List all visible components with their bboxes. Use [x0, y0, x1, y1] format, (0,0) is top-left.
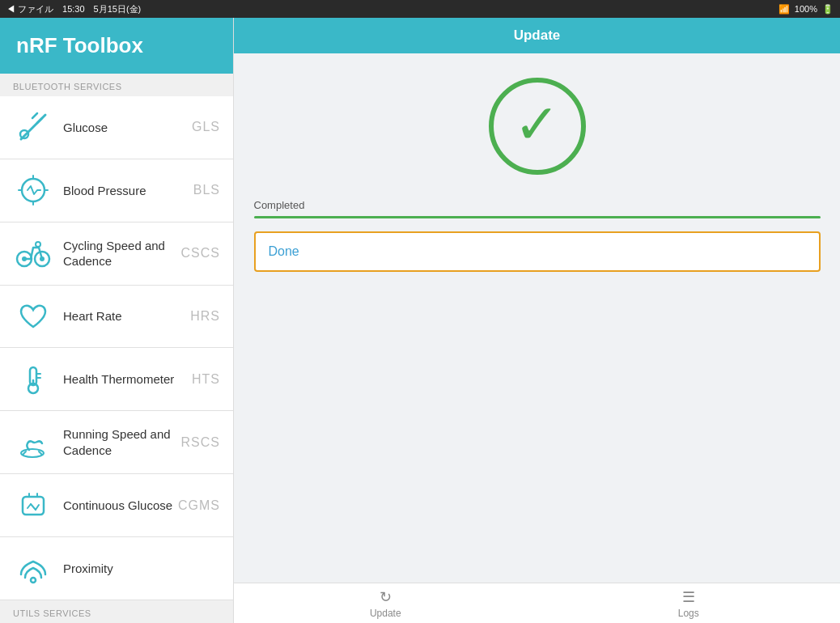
tab-bar: ↻ Update ☰ Logs — [234, 583, 840, 623]
tab-update[interactable]: ↻ Update — [234, 588, 537, 619]
glucose-label: Glucose — [63, 120, 192, 136]
update-icon: ↻ — [380, 588, 392, 606]
tab-logs[interactable]: ☰ Logs — [537, 588, 841, 619]
heart-rate-label: Heart Rate — [63, 308, 190, 324]
sidebar-item-glucose[interactable]: Glucose GLS — [0, 96, 233, 159]
sidebar-item-proximity[interactable]: Proximity — [0, 537, 233, 600]
sidebar-item-heart-rate[interactable]: Heart Rate HRS — [0, 286, 233, 349]
cgms-label: Continuous Glucose — [63, 498, 178, 514]
logs-tab-label: Logs — [678, 608, 699, 619]
app-container: nRF Toolbox BLUETOOTH SERVICES Glucose G… — [0, 18, 840, 623]
sidebar-item-blood-pressure[interactable]: Blood Pressure BLS — [0, 159, 233, 222]
svg-point-13 — [36, 242, 40, 247]
cgms-abbr: CGMS — [178, 498, 220, 513]
svg-line-24 — [31, 504, 36, 510]
progress-container: Completed — [254, 199, 821, 218]
sidebar-item-running[interactable]: Running Speed andCadence RSCS — [0, 411, 233, 474]
battery-label: 100% — [795, 4, 817, 14]
utils-services-label: UTILS SERVICES — [0, 600, 233, 623]
cycling-icon — [13, 233, 53, 273]
main-content: Update ✓ Completed Done ↻ Update — [234, 18, 840, 623]
running-abbr: RSCS — [181, 435, 220, 450]
thermometer-abbr: HTS — [192, 372, 220, 387]
glucose-icon — [13, 107, 53, 147]
logs-icon: ☰ — [682, 588, 695, 606]
success-icon: ✓ — [489, 78, 586, 175]
done-label[interactable]: Done — [269, 244, 299, 258]
thermometer-icon — [13, 359, 53, 400]
sidebar-item-cycling[interactable]: Cycling Speed andCadence CSCS — [0, 222, 233, 286]
blood-pressure-abbr: BLS — [193, 183, 220, 197]
svg-line-2 — [32, 113, 37, 118]
main-title: Update — [514, 28, 561, 44]
heart-rate-abbr: HRS — [190, 309, 220, 324]
update-tab-label: Update — [370, 608, 401, 619]
main-header: Update — [234, 18, 840, 53]
status-bar-time: ◀ ファイル 15:30 5月15日(金) — [6, 3, 141, 15]
svg-line-21 — [39, 451, 42, 455]
cycling-abbr: CSCS — [181, 246, 220, 261]
progress-label: Completed — [254, 199, 821, 211]
done-button[interactable]: Done — [254, 231, 821, 272]
sidebar: nRF Toolbox BLUETOOTH SERVICES Glucose G… — [0, 18, 234, 623]
bluetooth-services-label: BLUETOOTH SERVICES — [0, 74, 233, 96]
check-mark: ✓ — [514, 96, 560, 151]
svg-line-25 — [36, 505, 39, 510]
sidebar-item-thermometer[interactable]: Health Thermometer HTS — [0, 348, 233, 411]
cycling-label: Cycling Speed andCadence — [63, 238, 181, 269]
cgms-icon — [13, 485, 53, 526]
thermometer-label: Health Thermometer — [63, 371, 192, 388]
running-icon — [13, 422, 53, 463]
blood-pressure-label: Blood Pressure — [63, 183, 193, 199]
wifi-icon: 📶 — [778, 4, 790, 15]
battery-icon: 🔋 — [822, 4, 834, 15]
blood-pressure-icon — [13, 170, 53, 210]
status-bar-right: 📶 100% 🔋 — [778, 4, 834, 15]
heart-rate-icon — [13, 296, 53, 337]
sidebar-item-cgms[interactable]: Continuous Glucose CGMS — [0, 474, 233, 537]
main-body: ✓ Completed Done — [234, 53, 840, 583]
proximity-icon — [13, 549, 53, 589]
sidebar-header: nRF Toolbox — [0, 18, 233, 74]
status-bar: ◀ ファイル 15:30 5月15日(金) 📶 100% 🔋 — [0, 0, 840, 18]
app-title: nRF Toolbox — [16, 33, 143, 58]
running-label: Running Speed andCadence — [63, 426, 181, 458]
glucose-abbr: GLS — [192, 120, 220, 134]
proximity-label: Proximity — [63, 561, 220, 577]
progress-bar — [254, 216, 821, 218]
svg-point-28 — [31, 578, 36, 583]
svg-line-20 — [23, 451, 26, 455]
status-bar-left: ◀ ファイル 15:30 5月15日(金) — [6, 3, 141, 15]
